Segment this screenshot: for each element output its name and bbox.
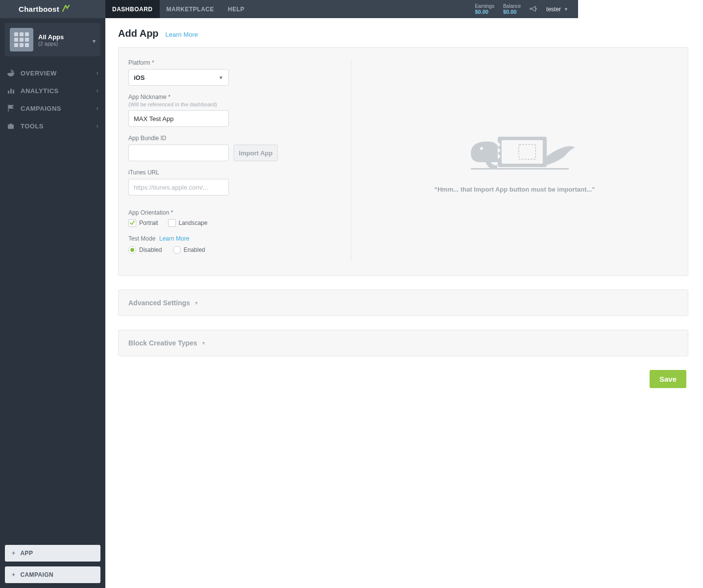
learn-more-link[interactable]: Learn More [166,31,198,38]
add-app-form-card: Platform * iOS ▼ App Nickname * (Will be… [118,47,688,276]
orientation-portrait-checkbox[interactable]: Portrait [128,219,158,227]
sidebar-item-tools[interactable]: TOOLS › [0,117,105,135]
chevron-down-icon: ▾ [93,38,96,45]
save-row: Save [118,370,688,388]
bundle-id-input-wrap [128,145,229,161]
megaphone-icon[interactable] [530,5,537,13]
svg-rect-9 [471,168,569,170]
test-mode-disabled-radio[interactable]: Disabled [128,246,162,254]
bundle-id-label: App Bundle ID [128,135,341,142]
sidebar-footer: + APP + CAMPAIGN [0,545,105,583]
app-switcher-title: All Apps [38,33,64,41]
user-name: tester [546,6,561,13]
nickname-input[interactable] [134,115,223,122]
sidebar-item-campaigns[interactable]: CAMPAIGNS › [0,99,105,117]
app-switcher[interactable]: All Apps (2 apps) ▾ [5,23,100,56]
sidebar-item-analytics[interactable]: ANALYTICS › [0,82,105,99]
form-left: Platform * iOS ▼ App Nickname * (Will be… [128,59,351,262]
test-mode-enabled-radio[interactable]: Enabled [173,246,205,254]
block-creative-types-toggle[interactable]: Block Creative Types ▼ [128,339,678,347]
brand-name: Chartboost [19,5,59,13]
orientation-landscape-checkbox[interactable]: Landscape [168,219,208,227]
svg-rect-0 [8,91,9,94]
page-header: Add App Learn More [118,28,688,39]
user-menu[interactable]: tester ▼ [546,6,568,13]
add-app-label: APP [20,550,33,557]
page-pad-right [578,0,703,18]
topnav-help[interactable]: HELP [221,0,251,18]
balance-label: Balance [503,3,521,9]
add-campaign-button[interactable]: + CAMPAIGN [5,566,100,583]
test-mode-field: Test Mode Learn More Disabled Enabled [128,235,341,254]
pie-chart-icon [7,69,15,77]
flag-icon [7,104,15,112]
plus-icon: + [12,571,15,578]
earnings-value: $0.00 [475,9,488,15]
itunes-url-input[interactable] [134,184,223,191]
sidebar-item-label: TOOLS [21,122,44,130]
itunes-url-input-wrap [128,179,229,196]
briefcase-icon [7,122,15,130]
itunes-url-label: iTunes URL [128,169,341,176]
nickname-sublabel: (Will be referenced in the dashboard) [128,101,341,107]
plus-icon: + [12,550,15,557]
test-mode-label: Test Mode [128,235,155,242]
nickname-input-wrap [128,110,229,127]
bundle-id-field: App Bundle ID Import App [128,135,341,161]
form-right: “Hmm... that Import App button must be i… [351,59,678,262]
chevron-right-icon: › [97,87,99,94]
main-content: Add App Learn More Platform * iOS ▼ App … [105,18,703,588]
orientation-landscape-label: Landscape [179,220,208,226]
add-campaign-label: CAMPAIGN [20,571,53,578]
platform-value: iOS [134,74,145,81]
save-button[interactable]: Save [650,370,686,388]
bar-chart-icon [7,87,15,95]
checkbox-unchecked-icon [168,219,176,227]
illustration-caption: “Hmm... that Import App button must be i… [434,186,595,193]
sidebar-item-overview[interactable]: OVERVIEW › [0,64,105,82]
dino-device-illustration-icon [451,128,579,177]
topnav-marketplace[interactable]: MARKETPLACE [160,0,221,18]
import-app-button[interactable]: Import App [234,145,278,161]
top-nav: DASHBOARD MARKETPLACE HELP [105,0,251,18]
radio-selected-icon [128,246,136,254]
nickname-label: App Nickname * [128,94,341,100]
platform-select[interactable]: iOS ▼ [128,69,229,86]
radio-unselected-icon [173,246,181,254]
sidebar-item-label: OVERVIEW [21,70,57,77]
orientation-label: App Orientation * [128,209,341,216]
nickname-field: App Nickname * (Will be referenced in th… [128,94,341,127]
svg-rect-2 [13,90,14,94]
balance-value: $0.00 [503,9,517,15]
sidebar-nav: OVERVIEW › ANALYTICS › CAMPAIGNS › [0,64,105,135]
chevron-down-icon: ▼ [201,341,206,346]
svg-rect-1 [10,89,12,94]
earnings-stat: Earnings $0.00 [475,3,494,15]
orientation-portrait-label: Portrait [139,220,158,226]
advanced-settings-card: Advanced Settings ▼ [118,290,688,316]
chevron-down-icon: ▼ [564,7,568,12]
platform-field: Platform * iOS ▼ [128,59,341,86]
page-title: Add App [118,28,159,39]
brand-logo-icon [62,5,70,13]
bundle-id-input[interactable] [134,149,223,157]
chevron-down-icon: ▼ [194,300,199,306]
topbar-right: Earnings $0.00 Balance $0.00 tester ▼ [475,0,578,18]
block-creative-types-title: Block Creative Types [128,339,197,347]
sidebar: All Apps (2 apps) ▾ OVERVIEW › ANALYTICS… [0,18,105,588]
test-mode-disabled-label: Disabled [139,246,162,253]
block-creative-types-card: Block Creative Types ▼ [118,330,688,356]
svg-rect-6 [502,140,543,164]
svg-rect-4 [10,123,12,124]
brand: Chartboost [0,0,105,18]
apps-grid-icon [10,28,33,51]
advanced-settings-toggle[interactable]: Advanced Settings ▼ [128,299,678,307]
test-mode-learn-more-link[interactable]: Learn More [159,235,189,242]
sidebar-item-label: CAMPAIGNS [21,105,61,112]
itunes-url-field: iTunes URL [128,169,341,196]
platform-label: Platform * [128,59,341,66]
svg-rect-3 [8,124,14,129]
topnav-dashboard[interactable]: DASHBOARD [105,0,160,18]
chevron-right-icon: › [97,70,99,76]
add-app-button[interactable]: + APP [5,545,100,562]
